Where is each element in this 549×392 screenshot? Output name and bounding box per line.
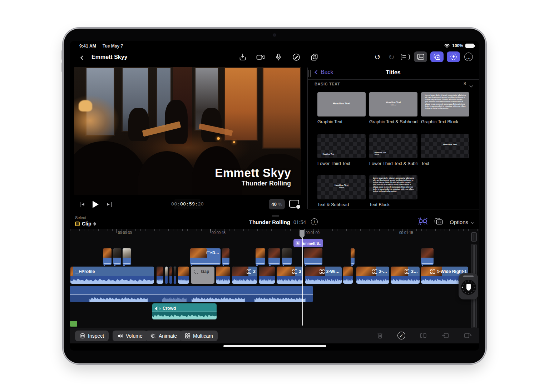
clip[interactable] (156, 266, 164, 284)
timeline-resize-grip[interactable] (272, 215, 279, 217)
status-date: Tue May 7 (103, 44, 123, 49)
redo-button[interactable]: ↻ (386, 51, 397, 62)
section-collapse-button[interactable] (470, 82, 473, 88)
playhead-handle[interactable] (300, 230, 305, 238)
clip-2b[interactable]: 2-… (356, 266, 390, 284)
magnetic-timeline-button[interactable] (418, 217, 427, 227)
inspector-button[interactable] (400, 51, 411, 62)
record-video-button[interactable] (255, 52, 266, 63)
connected-clip[interactable] (103, 248, 112, 265)
delete-button[interactable] (375, 331, 385, 340)
clip[interactable] (169, 266, 172, 284)
title-item-lower-third-text[interactable]: Headline Text Lower Third Text (317, 134, 366, 166)
connected-clip[interactable] (268, 248, 281, 265)
clip[interactable] (165, 266, 168, 284)
voiceover-button[interactable] (273, 52, 284, 63)
clip-height-control[interactable] (471, 232, 477, 242)
clip-gap[interactable]: Gap (191, 266, 215, 284)
title-item-text-subhead[interactable]: Headline Text Subhead Text & Subhead (317, 175, 366, 207)
clip-2[interactable]: 2 (232, 266, 258, 284)
viewer-title-overlay-headline: Emmett Skyy (215, 166, 291, 180)
viewer-title-overlay-subhead: Thunder Rolling (242, 180, 291, 187)
divider (308, 79, 479, 80)
title-item-text[interactable]: Headline Text Text (421, 134, 469, 166)
title-item-graphic-text-block[interactable]: Lorem ipsum dolor sit amet, consectetur … (421, 92, 469, 124)
jog-wheel[interactable] (459, 273, 478, 299)
video-viewer[interactable]: Emmett Skyy Thunder Rolling (74, 67, 301, 195)
import-media-button[interactable] (237, 52, 248, 63)
viewer-zoom-control[interactable]: 40% (269, 199, 285, 209)
media-browser-button[interactable] (414, 51, 427, 62)
title-item-graphic-text-subhead[interactable]: Headline Text Subhead Graphic Text & Sub… (369, 92, 417, 124)
title-item-text-block[interactable]: Lorem ipsum dolor sit amet, consectetur … (369, 175, 417, 207)
connect-clip-button[interactable] (434, 217, 443, 227)
volume-button[interactable]: Volume (113, 331, 147, 341)
connected-clip[interactable] (222, 248, 230, 265)
panel-back-button[interactable]: Back (315, 69, 333, 75)
share-button[interactable] (309, 52, 320, 63)
playhead-line[interactable] (302, 230, 303, 326)
approve-button[interactable]: ✓ (397, 331, 406, 340)
speaker-icon (117, 333, 123, 339)
title-item-lower-third-text-subhead[interactable]: Headline Text Subhead Lower Third Text &… (369, 134, 417, 166)
external-display-icon[interactable] (289, 200, 299, 208)
clip-3b[interactable]: 3… (390, 266, 420, 284)
options-button[interactable]: Options (450, 219, 474, 225)
chevron-left-icon (80, 55, 85, 60)
audio-clip-crowd[interactable]: Crowd (152, 303, 217, 320)
multicam-button[interactable]: Multicam (180, 331, 218, 341)
overwrite-icon (464, 332, 471, 339)
inspect-button[interactable]: Inspect (75, 331, 109, 341)
ruler-tick-label: 00:01:15 (399, 231, 413, 235)
audio-clip-music[interactable] (70, 286, 313, 302)
overlay-clip-icon (434, 217, 443, 225)
connected-clip[interactable] (421, 248, 434, 265)
overwrite-clip-button[interactable] (463, 331, 472, 340)
transport-controls: 00:00:59:20 40% (70, 196, 307, 213)
timeline-area[interactable]: 00:00:30 00:00:45 00:01:00 00:01:15 D… (70, 229, 479, 328)
back-button[interactable] (78, 53, 87, 62)
insert-clip-button[interactable] (441, 331, 450, 340)
magnetic-timeline-icon (418, 217, 427, 225)
video-camera-icon (256, 53, 265, 61)
clip[interactable] (178, 266, 189, 284)
clip[interactable] (216, 266, 231, 284)
clip[interactable] (258, 266, 275, 284)
play-button[interactable] (90, 199, 100, 209)
inspect-icon (80, 333, 85, 339)
skip-to-end-button[interactable] (104, 199, 114, 209)
microphone-icon (274, 53, 282, 61)
titles-effects-button[interactable] (430, 51, 444, 62)
clip[interactable] (343, 266, 353, 284)
skip-to-start-button[interactable] (77, 199, 87, 209)
animate-button[interactable]: Animate (145, 331, 182, 341)
camera-icon (206, 251, 210, 254)
connected-clip[interactable] (113, 248, 122, 265)
split-clip-button[interactable] (419, 331, 428, 340)
home-indicator[interactable] (223, 345, 326, 347)
timeline-project-name: Thunder Rolling (249, 219, 290, 225)
apple-pencil-button[interactable] (291, 52, 302, 63)
connected-clip[interactable] (255, 248, 266, 265)
more-button[interactable]: … (463, 51, 474, 62)
project-info-button[interactable]: i (311, 218, 318, 225)
clip-profile[interactable]: Profile (70, 266, 154, 284)
connected-clip[interactable] (304, 248, 323, 265)
title-clip-emmett-skyy[interactable]: A Emmett S… (293, 239, 323, 248)
clip-2-wide[interactable]: 2-Wi… (305, 266, 342, 284)
timecode-display[interactable]: 00:00:59:20 (174, 199, 201, 209)
connected-clip[interactable] (282, 248, 292, 265)
clip[interactable] (173, 266, 177, 284)
select-mode-dropdown[interactable]: Clip (75, 221, 96, 227)
color-light-button[interactable] (447, 51, 460, 62)
connected-clip[interactable]: D… (190, 248, 221, 265)
title-item-graphic-text[interactable]: Headline Text Graphic Text (317, 92, 366, 124)
range-start-marker[interactable] (70, 321, 77, 327)
connected-clip[interactable] (122, 248, 132, 265)
clip-3[interactable]: 3 (276, 266, 303, 284)
undo-button[interactable]: ↺ (372, 51, 383, 62)
final-cut-pro-app: 9:41 AM Tue May 7 100% Emmett Skyy (70, 41, 479, 351)
connected-clip[interactable] (350, 248, 355, 265)
lamp-shade (79, 100, 92, 111)
multicam-grid-icon (185, 333, 191, 339)
